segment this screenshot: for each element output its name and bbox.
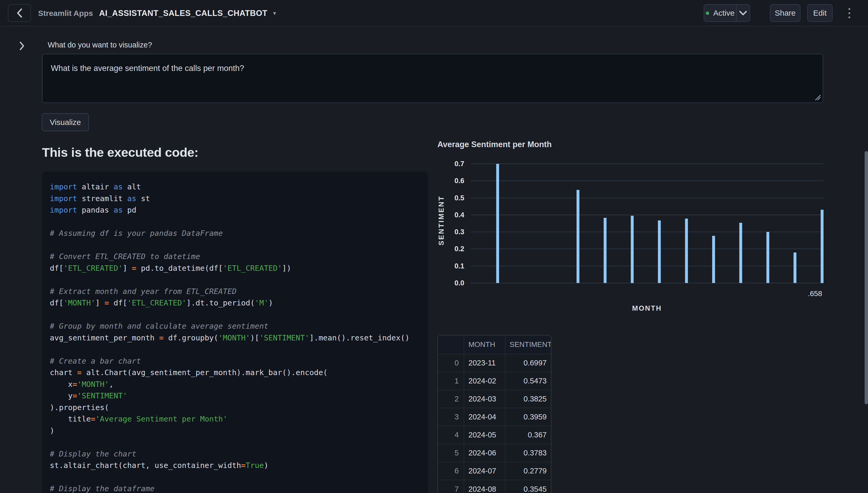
gridline — [471, 198, 823, 198]
y-tick-label: 0.4 — [446, 211, 464, 219]
resize-grip-icon — [814, 94, 821, 101]
table-cell: 0.3959 — [505, 408, 551, 426]
status-dot-icon — [706, 12, 709, 15]
textarea-resize-grip[interactable] — [814, 94, 821, 102]
bar-2024-09 — [766, 232, 769, 283]
status-badge[interactable]: Active — [704, 5, 736, 21]
y-tick-label: 0.3 — [446, 228, 464, 236]
y-tick-label: 0.2 — [446, 245, 464, 253]
table-cell: 5 — [438, 444, 464, 462]
bar-2023-11 — [496, 164, 499, 283]
y-tick-label: 0.6 — [446, 177, 464, 185]
code-line — [50, 344, 420, 355]
question-label: What do you want to visualize? — [48, 41, 152, 49]
table-cell: 6 — [438, 462, 464, 480]
code-line: st.altair_chart(chart, use_container_wid… — [50, 459, 420, 471]
code-line: # Group by month and calculate average s… — [50, 320, 420, 332]
app-title-dropdown[interactable]: AI_ASSISTANT_SALES_CALLS_CHATBOT ▾ — [99, 0, 276, 26]
table-cell: 2024-06 — [464, 444, 505, 462]
bar-2024-10 — [794, 253, 796, 283]
table-row: 62024-070.2779 — [438, 462, 551, 480]
table-cell: 0.367 — [505, 426, 551, 444]
code-line: y='SENTIMENT' — [50, 390, 420, 402]
table-cell: 2024-08 — [464, 480, 505, 493]
code-line: df['ETL_CREATED'] = pd.to_datetime(df['E… — [50, 262, 420, 274]
kebab-dot — [848, 8, 850, 10]
table-row: 42024-050.367 — [438, 426, 551, 444]
table-cell: 2024-05 — [464, 426, 505, 444]
code-line: # Extract month and year from ETL_CREATE… — [50, 286, 420, 297]
sidebar-expander-button[interactable] — [19, 41, 25, 50]
visualize-button[interactable]: Visualize — [42, 113, 89, 131]
y-tick-label: 0.1 — [446, 262, 464, 270]
code-line: # Assuming df is your pandas DataFrame — [50, 228, 420, 239]
table-row: 02023-110.6997 — [438, 354, 551, 372]
chevron-left-icon — [16, 8, 23, 18]
table-cell: 0.2779 — [505, 462, 551, 480]
breadcrumb[interactable]: Streamlit Apps — [38, 0, 93, 26]
table-cell: 2024-07 — [464, 462, 505, 480]
code-line — [50, 239, 420, 251]
code-line: ).properties( — [50, 402, 420, 413]
y-tick-label: 0.0 — [446, 279, 464, 287]
code-line — [50, 436, 420, 448]
clipped-x-tick-label: .658 — [808, 290, 822, 298]
y-axis-title: SENTIMENT — [437, 195, 446, 245]
gridline — [471, 249, 823, 249]
code-line — [50, 471, 420, 483]
code-line: avg_sentiment_per_month = df.groupby('MO… — [50, 332, 420, 344]
table-header-row: MONTHSENTIMENT — [438, 336, 551, 354]
table-cell: 7 — [438, 480, 464, 493]
code-section-heading: This is the executed code: — [42, 145, 198, 159]
table-cell: 0.3825 — [505, 390, 551, 408]
bar-chart-plot: SENTIMENT MONTH .658 0.00.10.20.30.40.50… — [471, 164, 823, 283]
status-split-button[interactable]: Active — [704, 4, 750, 22]
status-dropdown-toggle[interactable] — [737, 5, 750, 21]
table-cell: 3 — [438, 408, 464, 426]
code-line: ) — [50, 425, 420, 437]
status-label: Active — [713, 8, 735, 18]
table-cell: 2023-11 — [464, 354, 505, 372]
code-line: # Display the chart — [50, 448, 420, 460]
y-tick-label: 0.5 — [446, 194, 464, 202]
code-line: df['MONTH'] = df['ETL_CREATED'].dt.to_pe… — [50, 297, 420, 309]
streamlit-app-page: Streamlit Apps AI_ASSISTANT_SALES_CALLS_… — [0, 0, 868, 493]
gridline — [471, 164, 823, 164]
question-textarea[interactable]: What is the average sentiment of the cal… — [42, 54, 823, 103]
bar-2024-02 — [577, 190, 579, 283]
code-line — [50, 309, 420, 321]
table-row: 52024-060.3783 — [438, 444, 551, 462]
code-line: title='Average Sentiment per Month' — [50, 413, 420, 425]
code-line: # Create a bar chart — [50, 355, 420, 367]
table-row: 12024-020.5473 — [438, 372, 551, 390]
kebab-menu-button[interactable] — [844, 4, 855, 22]
vertical-scrollbar-thumb[interactable] — [865, 151, 868, 404]
code-line: import streamlit as st — [50, 193, 420, 205]
back-button[interactable] — [8, 4, 31, 22]
bar-2024-11 — [821, 210, 823, 283]
table-cell: 1 — [438, 372, 464, 390]
page-title: AI_ASSISTANT_SALES_CALLS_CHATBOT — [99, 8, 267, 18]
gridline — [471, 266, 823, 266]
gridline — [471, 215, 823, 215]
bar-2024-06 — [685, 219, 688, 283]
bar-2024-04 — [631, 216, 633, 283]
table-cell: 2024-02 — [464, 372, 505, 390]
table-cell: 0.6997 — [505, 354, 551, 372]
table-cell: 0.5473 — [505, 372, 551, 390]
chart-title: Average Sentiment per Month — [437, 140, 551, 149]
share-button[interactable]: Share — [770, 4, 800, 22]
gridline — [471, 232, 823, 232]
bar-2024-05 — [658, 220, 661, 283]
edit-button[interactable]: Edit — [807, 4, 832, 22]
code-line: import altair as alt — [50, 181, 420, 193]
code-line — [50, 216, 420, 228]
x-axis-title: MONTH — [632, 304, 662, 313]
table-cell: 0.3545 — [505, 480, 551, 493]
table-cell: 2024-03 — [464, 390, 505, 408]
code-line: x='MONTH', — [50, 379, 420, 390]
table-cell: 4 — [438, 426, 464, 444]
dataframe-table: MONTHSENTIMENT 02023-110.699712024-020.5… — [437, 335, 551, 493]
y-tick-label: 0.7 — [446, 159, 464, 168]
table-cell: 0 — [438, 354, 464, 372]
